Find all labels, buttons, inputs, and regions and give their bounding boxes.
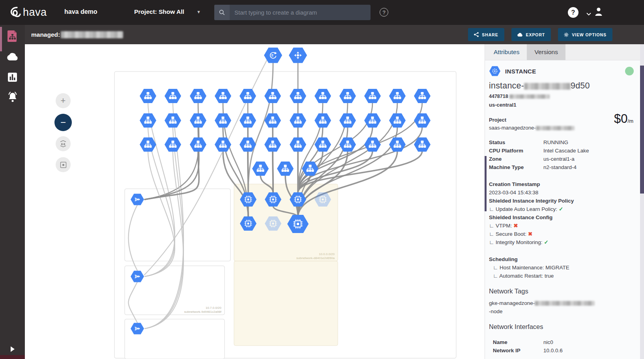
node-gke-gke[interactable] (289, 48, 307, 63)
resource-type-label: INSTANCE (505, 68, 536, 75)
instance-type-icon (489, 66, 501, 76)
expand-right-icon (10, 346, 15, 352)
window-scrollbar-thumb[interactable] (640, 66, 644, 194)
chevron-down-icon[interactable] (586, 10, 591, 17)
connection-edge (273, 151, 273, 193)
diagram-header: managed: SHARE EXPORT VIEW OPTIONS (25, 25, 644, 44)
panel-scrollbar-thumb[interactable] (485, 156, 487, 211)
nic-list: Namenic0 Network IP10.0.0.6 (489, 338, 634, 355)
workspace-name: hava demo (64, 8, 97, 15)
sidebar-bottom-strip (0, 355, 25, 359)
panel-tabs: Attributes Versions (485, 44, 640, 60)
network-tag-value: gke-managedzone- -node (489, 299, 634, 316)
share-button[interactable]: SHARE (468, 28, 504, 41)
attribute-row: CPU PlatformIntel Cascade Lake (489, 147, 634, 155)
search-icon (214, 5, 230, 20)
config-item: ∟ VTPM:✖ (489, 222, 634, 230)
network-tags-heading: Network Tags (489, 288, 634, 295)
config-item: ∟ Secure Boot:✖ (489, 230, 634, 238)
zoom-in-button[interactable]: + (56, 93, 71, 108)
project-value: saas-managedzone- (489, 125, 634, 131)
subnet-cidr-label: 10.0.0.0/20 (319, 252, 335, 256)
nic-row: Network IP10.0.0.6 (493, 346, 634, 355)
config-item: ∟ Integrity Monitoring:✓ (489, 238, 634, 246)
diagram-canvas[interactable]: 10.0.0.0/20subnetwork-d8401e2d650a10.7.0… (25, 44, 485, 359)
sidebar-item-alerts[interactable] (0, 86, 25, 107)
project-caret-icon[interactable]: ▼ (197, 9, 201, 14)
tab-versions[interactable]: Versions (527, 44, 565, 60)
project-selector[interactable]: Project: Show All (134, 8, 184, 15)
attribute-row: Machine Typen2-standard-4 (489, 163, 634, 171)
attribute-row: Zoneus-central1-a (489, 155, 634, 163)
scheduling-item: ∟ Host Maintenance: MIGRATE (489, 263, 634, 272)
network-interfaces-heading: Network Interfaces (489, 323, 634, 331)
sidebar-item-diagrams[interactable] (0, 26, 25, 46)
resource-id: 4478718 (489, 94, 634, 99)
help-circle-icon[interactable]: ? (568, 7, 578, 18)
focus-button[interactable] (56, 157, 71, 172)
logo-wordmark: hava (23, 6, 47, 19)
nic-row: Namenic0 (493, 338, 634, 346)
tab-attributes[interactable]: Attributes (486, 44, 527, 60)
top-navbar: hava hava demo Project: Show All ▼ ? ? (0, 0, 644, 25)
creation-section: Creation Timestamp 2023-03-04 15:43:38 S… (489, 180, 634, 246)
help-outline-icon[interactable]: ? (380, 8, 388, 17)
status-dot (625, 67, 634, 75)
resource-name: instance-9d50 (489, 81, 634, 91)
user-icon[interactable] (594, 7, 603, 18)
left-sidebar (0, 25, 25, 359)
scheduling-item: ∟ Automatic Restart: true (489, 272, 634, 280)
bell-icon (7, 91, 19, 102)
infrastructure-diagram: 10.0.0.0/20subnetwork-d8401e2d650a10.7.0… (25, 44, 485, 359)
export-button[interactable]: EXPORT (511, 28, 551, 41)
gear-icon (564, 32, 569, 37)
redacted-title (61, 31, 123, 38)
search-input[interactable] (230, 9, 371, 16)
bar-chart-icon (7, 72, 17, 82)
scheduling-section: Scheduling ∟ Host Maintenance: MIGRATE ∟… (489, 255, 634, 280)
resource-region: us-central1 (489, 102, 634, 108)
attribute-list: StatusRUNNING CPU PlatformIntel Cascade … (489, 138, 634, 171)
fit-to-screen-icon (59, 140, 67, 147)
subnet-cidr-label: 10.7.0.0/20 (206, 306, 222, 310)
zoom-out-button[interactable]: − (54, 114, 72, 131)
sidebar-item-reports[interactable] (0, 67, 25, 87)
diagram-title: managed: (31, 31, 123, 38)
cost-estimate: $0/m (614, 112, 633, 126)
diagram-search[interactable] (214, 5, 371, 20)
sidebar-expand-arrow[interactable] (0, 343, 25, 355)
subnet-name-label: subnetwork-9d9461c2a98f (184, 310, 222, 314)
cloud-export-icon (517, 33, 523, 37)
hava-logo: hava (7, 5, 47, 20)
diagram-container (234, 261, 338, 346)
subnet-name-label: subnetwork-d8401e2d650a (296, 256, 335, 260)
sidebar-item-environments[interactable] (0, 46, 25, 67)
integrity-item: ∟ Update Auto Learn Policy:✓ (489, 205, 634, 213)
hava-logo-icon (7, 5, 22, 20)
attributes-panel: Attributes Versions INSTANCE instance-9d… (485, 44, 640, 359)
diagrams-icon (7, 30, 18, 42)
attribute-row: StatusRUNNING (489, 138, 634, 147)
fit-to-screen-button[interactable] (56, 136, 71, 151)
share-icon (474, 32, 479, 37)
project-label: Project (489, 117, 634, 123)
focus-icon (60, 162, 67, 168)
view-options-button[interactable]: VIEW OPTIONS (558, 28, 612, 41)
cloud-icon (7, 53, 19, 61)
